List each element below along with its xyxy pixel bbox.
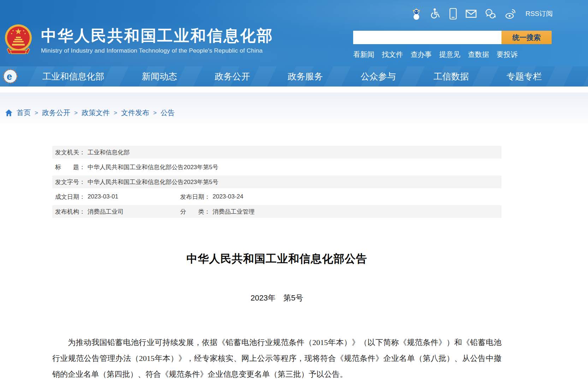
nav-item-gov-services[interactable]: 政务服务 <box>288 71 323 82</box>
breadcrumb-separator: > <box>35 109 38 117</box>
breadcrumb-separator: > <box>153 109 157 117</box>
accessibility-icon[interactable] <box>430 8 441 20</box>
meta-value: 工业和信息化部 <box>88 148 130 156</box>
meta-label: 发布日期： <box>180 193 210 201</box>
document-meta-table: 发文机关： 工业和信息化部 标 题： 中华人民共和国工业和信息化部公告2023年… <box>52 146 501 218</box>
meta-label: 分 类： <box>180 208 210 216</box>
meta-value: 消费品工业管理 <box>213 208 255 216</box>
quick-link-complaint[interactable]: 要投诉 <box>497 50 518 59</box>
meta-row-issuing-authority: 发文机关： 工业和信息化部 <box>52 146 501 159</box>
meta-label: 发布机构： <box>55 208 85 216</box>
meta-row-publisher-category: 发布机构： 消费品工业司 分 类： 消费品工业管理 <box>52 205 501 218</box>
breadcrumb-current: 公告 <box>161 108 175 118</box>
quick-link-news[interactable]: 看新闻 <box>353 50 374 59</box>
meta-value: 中华人民共和国工业和信息化部公告2023年第5号 <box>88 163 218 171</box>
meta-value: 2023-03-01 <box>88 193 118 200</box>
search-button[interactable]: 统一搜索 <box>501 31 552 44</box>
main-content: 发文机关： 工业和信息化部 标 题： 中华人民共和国工业和信息化部公告2023年… <box>52 146 501 382</box>
site-title: 中华人民共和国工业和信息化部 <box>41 27 273 45</box>
weibo-icon[interactable] <box>505 8 517 19</box>
header-utility-icons: RSS订阅 <box>411 8 553 20</box>
meta-label: 发文机关： <box>55 148 85 156</box>
nav-item-industry-data[interactable]: 工信数据 <box>434 71 469 82</box>
nav-item-gov-disclosure[interactable]: 政务公开 <box>215 71 250 82</box>
document-title: 中华人民共和国工业和信息化部公告 <box>52 251 501 266</box>
nav-item-public-participation[interactable]: 公众参与 <box>361 71 396 82</box>
site-logo[interactable]: 中华人民共和国工业和信息化部 Ministry of Industry and … <box>4 22 273 59</box>
meta-label: 标 题： <box>55 163 85 171</box>
document-body-paragraph: 为推动我国铅蓄电池行业可持续发展，依据《铅蓄电池行业规范条件（2015年本）》（… <box>52 334 501 382</box>
quick-link-services[interactable]: 查办事 <box>410 50 432 59</box>
home-icon[interactable] <box>5 109 13 117</box>
meta-value: 中华人民共和国工业和信息化部公告2023年第5号 <box>88 178 218 186</box>
nav-item-news[interactable]: 新闻动态 <box>142 71 177 82</box>
nav-items: 工业和信息化部 新闻动态 政务公开 政务服务 公众参与 工信数据 专题专栏 <box>42 66 542 87</box>
mobile-icon[interactable] <box>449 8 457 20</box>
meta-value: 2023-03-24 <box>213 193 243 200</box>
breadcrumb-separator: > <box>114 109 117 117</box>
breadcrumb: 首页 > 政务公开 > 政策文件 > 文件发布 > 公告 <box>5 108 588 118</box>
quick-link-documents[interactable]: 找文件 <box>382 50 403 59</box>
main-nav: e 工业和信息化部 新闻动态 政务公开 政务服务 公众参与 工信数据 专题专栏 <box>0 66 588 87</box>
nav-item-special-topics[interactable]: 专题专栏 <box>506 71 542 82</box>
assistant-robot-icon[interactable] <box>411 8 422 20</box>
quick-links: 看新闻 找文件 查办事 提意见 查数据 要投诉 <box>353 50 518 59</box>
miit-e-logo-icon[interactable]: e <box>3 69 18 84</box>
meta-label: 成文日期： <box>55 193 85 201</box>
meta-label: 发文字号： <box>55 178 85 186</box>
svg-text:e: e <box>7 71 12 82</box>
quick-link-data[interactable]: 查数据 <box>468 50 489 59</box>
national-emblem-icon <box>4 22 32 59</box>
meta-value: 消费品工业司 <box>88 208 124 216</box>
breadcrumb-policy-documents[interactable]: 政策文件 <box>82 108 110 118</box>
breadcrumb-document-release[interactable]: 文件发布 <box>121 108 149 118</box>
search-input[interactable] <box>353 31 501 44</box>
site-subtitle: Ministry of Industry and Information Tec… <box>41 47 273 54</box>
quick-link-feedback[interactable]: 提意见 <box>439 50 461 59</box>
meta-row-document-number: 发文字号： 中华人民共和国工业和信息化部公告2023年第5号 <box>52 176 501 188</box>
breadcrumb-gov-disclosure[interactable]: 政务公开 <box>42 108 70 118</box>
wechat-icon[interactable] <box>485 9 497 19</box>
meta-row-title: 标 题： 中华人民共和国工业和信息化部公告2023年第5号 <box>52 161 501 173</box>
document-issue-number: 2023年 第5号 <box>52 293 501 303</box>
breadcrumb-band: 首页 > 政务公开 > 政策文件 > 文件发布 > 公告 <box>0 93 588 124</box>
breadcrumb-separator: > <box>74 109 78 117</box>
meta-row-dates: 成文日期： 2023-03-01 发布日期： 2023-03-24 <box>52 190 501 203</box>
nav-item-miit[interactable]: 工业和信息化部 <box>42 71 104 82</box>
header-content-divider <box>0 87 588 93</box>
site-header: RSS订阅 中华人民共和国工业和信息化部 Minis <box>0 0 588 66</box>
breadcrumb-home[interactable]: 首页 <box>17 108 31 118</box>
mail-icon[interactable] <box>465 10 477 18</box>
unified-search: 统一搜索 <box>353 31 552 44</box>
rss-link[interactable]: RSS订阅 <box>525 9 553 18</box>
